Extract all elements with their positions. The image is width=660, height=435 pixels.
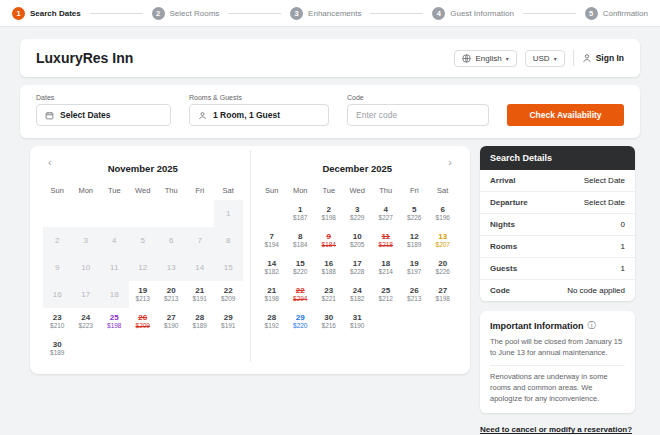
calendar-day-cell[interactable]: 27$190: [157, 308, 186, 335]
calendar-day-cell[interactable]: 19$213: [129, 281, 158, 308]
calendar-empty-cell: [186, 200, 215, 227]
calendar-empty-cell: [372, 308, 401, 335]
calendar-day-cell[interactable]: 29$191: [214, 308, 243, 335]
property-name: LuxuryRes Inn: [36, 50, 133, 66]
calendar-day-cell[interactable]: 14$182: [258, 254, 287, 281]
check-availability-button[interactable]: Check Availability: [507, 104, 624, 126]
calendar-icon: [45, 111, 54, 120]
calendar-day-cell: 7: [186, 227, 215, 254]
day-price: $187: [293, 214, 307, 222]
calendar-day-cell[interactable]: 1$187: [286, 200, 315, 227]
language-value: English: [475, 54, 501, 63]
cancel-modify-link[interactable]: Need to cancel or modify a reservation?: [480, 425, 635, 434]
calendar-day-cell[interactable]: 30$189: [43, 335, 72, 362]
stepper-step-search-dates[interactable]: 1Search Dates: [12, 7, 81, 20]
day-price: $190: [350, 322, 364, 330]
day-number: 22: [296, 286, 305, 296]
calendar-day-cell[interactable]: 16$188: [315, 254, 344, 281]
calendar-day-cell[interactable]: 24$182: [343, 281, 372, 308]
code-label: Code: [347, 94, 489, 101]
calendar-day-cell[interactable]: 10$205: [343, 227, 372, 254]
calendar-empty-cell: [100, 200, 129, 227]
calendar-day-cell[interactable]: 21$198: [258, 281, 287, 308]
calendar-day-cell: 1: [214, 200, 243, 227]
stepper-connector: [370, 13, 423, 14]
code-input-box: [347, 104, 489, 126]
step-label: Select Rooms: [170, 9, 220, 18]
prev-month-button[interactable]: ‹: [45, 156, 55, 168]
day-price: $188: [322, 268, 336, 276]
info-paragraph: The pool will be closed from January 15 …: [490, 337, 625, 359]
calendar-day-cell[interactable]: 30$216: [315, 308, 344, 335]
calendar-day-cell[interactable]: 24$223: [72, 308, 101, 335]
search-details-panel: Search Details ArrivalSelect DateDepartu…: [480, 146, 635, 301]
stepper-step-enhancements[interactable]: 3Enhancements: [290, 7, 361, 20]
stepper-step-select-rooms[interactable]: 2Select Rooms: [152, 7, 220, 20]
calendar-day-cell[interactable]: 7$194: [258, 227, 287, 254]
calendar-empty-cell: [258, 200, 287, 227]
calendar-day-cell[interactable]: 23$210: [43, 308, 72, 335]
calendar-day-cell[interactable]: 26$213: [400, 281, 429, 308]
calendar-day-cell[interactable]: 8$184: [286, 227, 315, 254]
weekday-header-row: SunMonTueWedThuFriSat: [43, 183, 243, 200]
rooms-guests-input[interactable]: 1 Room, 1 Guest: [189, 104, 329, 126]
calendar-empty-cell: [129, 335, 158, 362]
day-price: $189: [193, 322, 207, 330]
calendar-day-cell[interactable]: 4$227: [372, 200, 401, 227]
divider: [573, 50, 574, 66]
calendar-day-cell[interactable]: 20$213: [157, 281, 186, 308]
code-input[interactable]: [356, 110, 480, 120]
calendar-day-cell[interactable]: 28$192: [258, 308, 287, 335]
calendar-day-cell[interactable]: 3$229: [343, 200, 372, 227]
dates-value: Select Dates: [60, 110, 111, 120]
detail-value: Select Date: [584, 198, 625, 207]
calendar-day-cell[interactable]: 12$189: [400, 227, 429, 254]
calendar-day-cell[interactable]: 31$190: [343, 308, 372, 335]
step-number-badge: 2: [152, 7, 165, 20]
day-price: $182: [350, 295, 364, 303]
calendar-day-cell[interactable]: 5$226: [400, 200, 429, 227]
calendar-day-cell[interactable]: 20$226: [429, 254, 458, 281]
user-icon: [582, 53, 592, 63]
calendar-day-cell[interactable]: 17$228: [343, 254, 372, 281]
day-number: 5: [141, 236, 145, 246]
step-label: Search Dates: [30, 9, 81, 18]
calendar-empty-cell: [157, 200, 186, 227]
calendar-day-cell[interactable]: 23$221: [315, 281, 344, 308]
sign-in-button[interactable]: Sign In: [582, 53, 624, 63]
day-number: 4: [112, 236, 116, 246]
day-price: $213: [164, 295, 178, 303]
calendar-day-cell[interactable]: 13$207: [429, 227, 458, 254]
calendar-day-cell[interactable]: 27$198: [429, 281, 458, 308]
day-price: $223: [79, 322, 93, 330]
weekday-header: Thu: [157, 186, 186, 195]
currency-selector[interactable]: USD ▾: [525, 50, 565, 67]
next-month-button[interactable]: ›: [445, 156, 455, 168]
calendar-day-cell[interactable]: 18$214: [372, 254, 401, 281]
calendar-week-row: 1: [43, 200, 243, 227]
calendar-day-cell[interactable]: 6$196: [429, 200, 458, 227]
weekday-header: Sat: [214, 186, 243, 195]
step-label: Guest Information: [450, 9, 514, 18]
calendar-day-cell[interactable]: 25$198: [100, 308, 129, 335]
calendar-day-cell[interactable]: 29$220: [286, 308, 315, 335]
calendar-day-cell[interactable]: 2$198: [315, 200, 344, 227]
calendar-day-cell[interactable]: 25$212: [372, 281, 401, 308]
calendar-day-cell[interactable]: 28$189: [186, 308, 215, 335]
stepper-step-confirmation[interactable]: 5Confirmation: [585, 7, 648, 20]
day-price: $220: [293, 322, 307, 330]
calendar-day-cell[interactable]: 21$191: [186, 281, 215, 308]
language-selector[interactable]: English ▾: [454, 50, 516, 67]
day-number: 11: [382, 232, 390, 242]
calendar-day-cell[interactable]: 22$209: [214, 281, 243, 308]
calendar-week-row: 16171819$21320$21321$19122$209: [43, 281, 243, 308]
dates-input[interactable]: Select Dates: [36, 104, 171, 126]
calendar-day-cell[interactable]: 15$220: [286, 254, 315, 281]
day-number: 16: [53, 290, 62, 300]
search-details-rows: ArrivalSelect DateDepartureSelect DateNi…: [480, 170, 635, 301]
stepper-step-guest-information[interactable]: 4Guest Information: [432, 7, 514, 20]
important-info-header: Important Information ⓘ: [490, 320, 625, 331]
calendar-day-cell[interactable]: 19$197: [400, 254, 429, 281]
day-number: 6: [441, 205, 445, 215]
day-number: 29: [224, 313, 233, 323]
